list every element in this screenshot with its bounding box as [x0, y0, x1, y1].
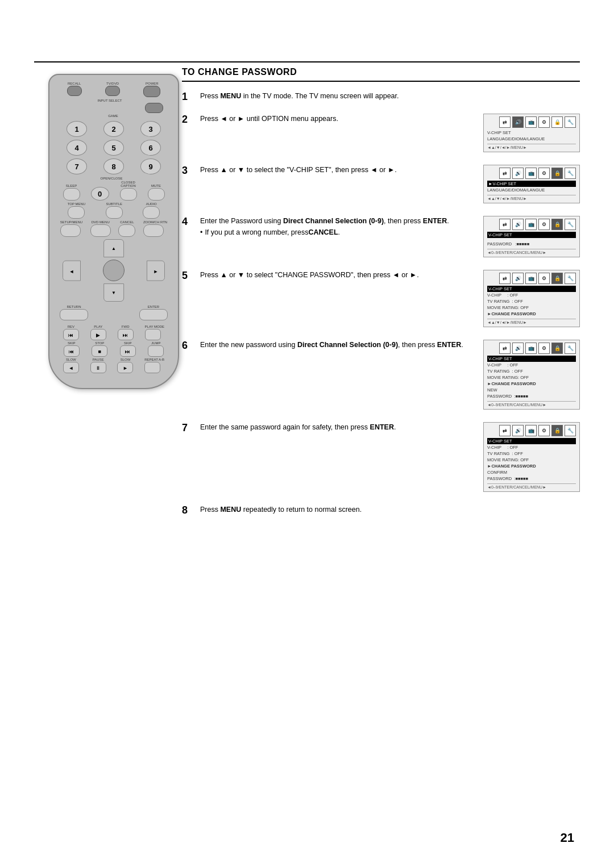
screen6-item5: CONFIRM [487, 469, 576, 475]
tvdvd-button[interactable] [105, 86, 120, 96]
screen6-item2: TV RATING : OFF [487, 450, 576, 457]
input-select-button[interactable] [145, 103, 163, 113]
slow-rev-button[interactable]: ◄ [63, 362, 79, 373]
screen4-item2: TV RATING : OFF [487, 298, 576, 304]
repeat-ab-button[interactable] [144, 362, 160, 373]
power-button[interactable] [143, 86, 160, 97]
play-mode-button[interactable] [145, 329, 161, 340]
screen3-icon5: 🔒 [551, 219, 563, 230]
open-close-label: OPEN/CLOSE [55, 177, 168, 180]
sleep-label: SLEEP [63, 184, 80, 187]
screen2-bottom: ◄▲/▼/◄/►/MENU► [487, 195, 576, 201]
play-button[interactable]: ▶ [90, 329, 106, 340]
screen5-icon1: ⇄ [499, 343, 511, 354]
screen5-icon2: 🔊 [512, 343, 524, 354]
stop-label: STOP [92, 341, 107, 345]
step-3-number: 3 [182, 165, 197, 177]
ch-minus-button[interactable]: ▼ [103, 283, 124, 302]
num8-button[interactable]: 8 [103, 158, 124, 174]
step-7-content: Enter the same password again for safety… [200, 422, 476, 433]
screen6-item1: V-CHIP : OFF [487, 444, 576, 450]
mute-button[interactable] [148, 188, 165, 201]
screen2-icon5: 🔒 [551, 168, 563, 179]
step-4-bullet: If you put a wrong number, press CANCEL. [200, 227, 476, 238]
sleep-button[interactable] [63, 188, 80, 201]
num6-button[interactable]: 6 [140, 140, 161, 156]
step-3-row: 3 Press ▲ or ▼ to select the "V-CHIP SET… [182, 165, 580, 206]
slow-fwd-button[interactable]: ► [117, 362, 133, 373]
fwd-button[interactable]: ⏭ [118, 329, 134, 340]
step-4-content: Enter the Password using Direct Channel … [200, 216, 476, 239]
screen6-title: V-CHIP SET [487, 438, 576, 444]
remote-container: RECALL TV/DVD POWER INPUT SELECT GAME [34, 74, 193, 823]
num2-button[interactable]: 2 [103, 121, 124, 137]
skip-back-button[interactable]: ⏮ [64, 345, 80, 357]
subtitle-button[interactable] [106, 206, 123, 219]
jump-button[interactable] [148, 345, 164, 357]
num5-button[interactable]: 5 [103, 140, 124, 156]
step-7-row: 7 Enter the same password again for safe… [182, 422, 580, 494]
skip-back-label: SKIP [64, 341, 80, 345]
game-label: GAME [55, 114, 171, 118]
zoom-ch-rtn-button[interactable] [143, 224, 164, 237]
screen4-icon4: ⚙ [538, 273, 550, 284]
setup-menu-button[interactable] [60, 224, 81, 237]
section-title: TO CHANGE PASSWORD [182, 67, 580, 82]
cancel-button[interactable] [118, 224, 135, 237]
num4-button[interactable]: 4 [67, 140, 87, 156]
screen5-icon6: 🔧 [565, 343, 576, 354]
page-number: 21 [561, 831, 574, 845]
audio-label: AUDIO [143, 202, 160, 206]
step-1-content: Press MENU in the TV mode. The TV menu s… [200, 91, 580, 102]
step-1-row: 1 Press MENU in the TV mode. The TV menu… [182, 91, 580, 103]
screen-5: ⇄ 🔊 📺 ⚙ 🔒 🔧 V-CHIP SET V-CHIP : OFF TV R… [483, 340, 580, 412]
screen6-icon4: ⚙ [538, 425, 550, 436]
screen3-bottom: ◄0–9/ENTER/CANCEL/MENU► [487, 249, 576, 254]
screen5-item6: PASSWORD :■■■■■ [487, 393, 576, 399]
rev-label: REV [63, 325, 79, 328]
cancel-label: CANCEL [118, 220, 135, 224]
rev-button[interactable]: ⏮ [63, 329, 79, 340]
vol-plus-button[interactable]: ► [147, 260, 165, 281]
return-button[interactable] [60, 309, 88, 320]
num1-button[interactable]: 1 [67, 121, 87, 137]
dvd-menu-button[interactable] [90, 224, 111, 237]
pause-button[interactable]: ⏸ [90, 362, 106, 373]
num3-button[interactable]: 3 [140, 121, 161, 137]
screen5-item4: ►CHANGE PASSWORD [487, 381, 576, 387]
fwd-label: FWD [118, 325, 134, 328]
top-menu-button[interactable] [68, 206, 85, 219]
screen2-icon3: 📺 [525, 168, 537, 179]
screen6-icon5: 🔒 [551, 425, 563, 436]
screen6-icon6: 🔧 [565, 425, 576, 436]
num0-button[interactable]: 0 [91, 187, 109, 201]
screen5-item2: TV RATING : OFF [487, 368, 576, 374]
recall-button[interactable] [67, 86, 82, 96]
stop-button[interactable]: ■ [92, 345, 107, 357]
screen1-bottom: ◄▲/▼/◄/►/MENU► [487, 144, 576, 149]
closed-caption-button[interactable] [120, 188, 137, 201]
ch-plus-button[interactable]: ▲ [103, 239, 124, 257]
step-5-content: Press ▲ or ▼ to select "CHANGE PASSWORD"… [200, 270, 476, 281]
skip-fwd-button[interactable]: ⏭ [120, 345, 136, 357]
audio-button[interactable] [143, 206, 160, 219]
vol-minus-button[interactable]: ◄ [63, 260, 81, 281]
enter-button[interactable] [139, 309, 168, 320]
step-4-row: 4 Enter the Password using Direct Channe… [182, 216, 580, 260]
instructions-section: TO CHANGE PASSWORD 1 Press MENU in the T… [182, 67, 580, 527]
screen1-icon3: 📺 [525, 116, 537, 128]
step-2-row: 2 Press ◄ or ► until OPTION menu appears… [182, 114, 580, 155]
screen4-item1: V-CHIP : OFF [487, 292, 576, 298]
closed-caption-label: CLOSEDCAPTION [120, 181, 137, 187]
num7-button[interactable]: 7 [67, 158, 87, 174]
screen3-icon4: ⚙ [538, 219, 550, 230]
screen5-bottom: ◄0–9/ENTER/CANCEL/MENU► [487, 401, 576, 407]
screen2-icon4: ⚙ [538, 168, 550, 179]
screen3-icon3: 📺 [525, 219, 537, 230]
return-label: RETURN [60, 305, 88, 308]
screen5-item5: NEW [487, 387, 576, 393]
num9-button[interactable]: 9 [140, 158, 161, 174]
tvdvd-label: TV/DVD [105, 82, 120, 85]
screen2-icon2: 🔊 [512, 168, 524, 179]
screen3-item2: PASSWORD :■■■■■ [487, 241, 576, 247]
